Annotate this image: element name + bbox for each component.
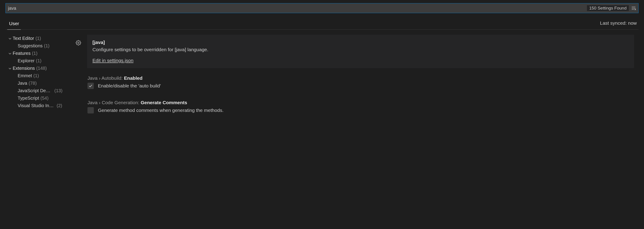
- gear-icon[interactable]: [76, 40, 81, 47]
- sidebar-item-label: Text Editor: [13, 36, 34, 41]
- sidebar-item-count: (1): [35, 36, 41, 41]
- setting-java-codegen-generate-comments: Java › Code Generation: Generate Comment…: [87, 100, 634, 114]
- settings-search-input[interactable]: [8, 4, 587, 13]
- sidebar-item-text-editor[interactable]: Text Editor (1): [7, 35, 76, 42]
- sidebar-item-explorer[interactable]: Explorer (1): [7, 57, 76, 64]
- settings-tabs: User Last synced: now: [6, 18, 638, 30]
- setting-scope: Java › Autobuild:: [88, 76, 124, 81]
- sidebar-item-label: Explorer: [18, 58, 34, 64]
- sidebar-item-label: Java: [18, 81, 27, 86]
- sidebar-item-count: (13): [54, 88, 62, 93]
- svg-point-5: [78, 42, 79, 44]
- sidebar-item-count: (1): [32, 51, 38, 56]
- settings-content: [java] Configure settings to be overridd…: [76, 35, 638, 114]
- checkbox-generate-comments[interactable]: [88, 107, 94, 114]
- sidebar-item-label: Emmet: [18, 73, 32, 78]
- sidebar-item-features[interactable]: Features (1): [7, 50, 76, 57]
- sidebar-item-java[interactable]: Java (78): [7, 80, 76, 87]
- chevron-down-icon: [7, 52, 13, 55]
- sidebar-item-count: (1): [33, 73, 39, 78]
- sidebar-item-count: (1): [44, 43, 50, 48]
- tab-user[interactable]: User: [7, 18, 21, 30]
- chevron-down-icon: [7, 37, 13, 40]
- setting-description: Generate method comments when generating…: [98, 108, 224, 113]
- sidebar-item-label: Visual Studio Int...: [18, 103, 54, 108]
- sidebar-item-typescript[interactable]: TypeScript (54): [7, 94, 76, 102]
- sidebar-item-count: (54): [40, 96, 48, 101]
- setting-description: Enable/disable the 'auto build': [98, 83, 161, 88]
- edit-in-settings-json-link[interactable]: Edit in settings.json: [92, 58, 134, 63]
- sidebar-item-label: TypeScript: [18, 96, 39, 101]
- chevron-down-icon: [7, 66, 13, 70]
- last-synced-label: Last synced: now: [600, 20, 637, 28]
- sidebar-item-label: JavaScript Deb...: [18, 88, 52, 93]
- setting-java-language: [java] Configure settings to be overridd…: [76, 35, 634, 114]
- setting-name: Enabled: [124, 76, 142, 81]
- sidebar-item-count: (2): [57, 103, 62, 108]
- sidebar-item-label: Features: [13, 51, 30, 56]
- sidebar-item-count: (148): [36, 66, 47, 71]
- sidebar-item-suggestions[interactable]: Suggestions (1): [7, 42, 76, 50]
- sidebar-item-extensions[interactable]: Extensions (148): [7, 64, 76, 72]
- sidebar-item-emmet[interactable]: Emmet (1): [7, 72, 76, 80]
- setting-java-autobuild-enabled: Java › Autobuild: Enabled Enable/disable…: [87, 76, 634, 89]
- settings-search-container: 150 Settings Found: [6, 3, 638, 13]
- setting-description: Configure settings to be overridden for …: [92, 47, 628, 52]
- filter-icon[interactable]: [631, 6, 636, 11]
- sidebar-item-label: Suggestions: [18, 43, 42, 48]
- sidebar-item-label: Extensions: [13, 66, 35, 71]
- settings-found-count: 150 Settings Found: [587, 5, 629, 11]
- sidebar-item-count: (1): [36, 58, 41, 64]
- setting-name: Generate Comments: [141, 100, 187, 105]
- setting-title: [java]: [92, 40, 628, 45]
- sidebar-item-count: (78): [28, 81, 37, 86]
- setting-scope: Java › Code Generation:: [88, 100, 141, 105]
- sidebar-item-visual-studio-intellicode[interactable]: Visual Studio Int... (2): [7, 102, 76, 110]
- settings-sidebar: Text Editor (1) Suggestions (1) Features…: [6, 35, 76, 114]
- sidebar-item-javascript-debugger[interactable]: JavaScript Deb... (13): [7, 87, 76, 94]
- checkbox-autobuild[interactable]: [88, 83, 94, 89]
